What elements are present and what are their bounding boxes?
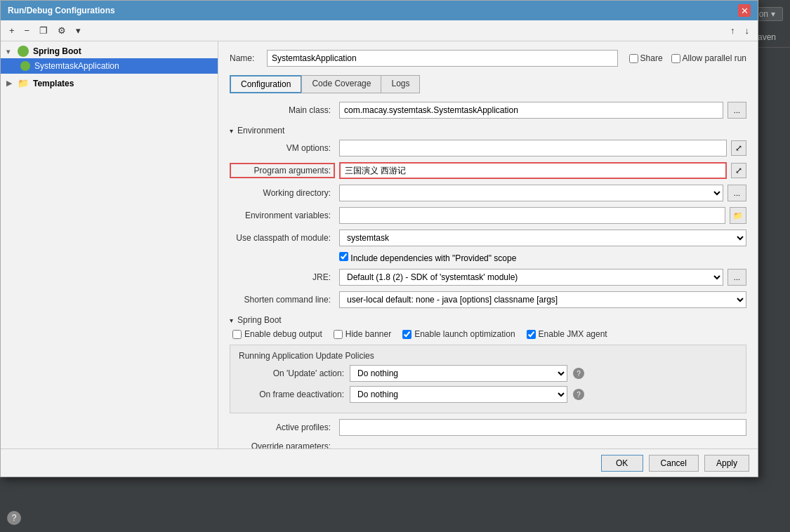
templates-group[interactable]: ▶ 📁 Templates [1,74,218,90]
spring-app-item[interactable]: SystemtaskApplication [1,58,218,74]
enable-jmx-label: Enable JMX agent [527,329,607,339]
move-down-button[interactable]: ↓ [741,23,754,38]
classpath-select[interactable]: systemtask [339,230,746,246]
name-row: Name: Share Allow parallel run [230,50,746,67]
working-dir-browse-button[interactable]: ... [728,185,746,201]
remove-config-button[interactable]: − [20,23,34,38]
jre-browse-button[interactable]: ... [728,269,746,286]
enable-launch-checkbox[interactable] [402,330,412,339]
tab-code-coverage[interactable]: Code Coverage [301,75,381,93]
global-help-icon[interactable]: ? [7,511,21,525]
active-profiles-label: Active profiles: [230,423,335,432]
copy-config-button[interactable]: ❐ [35,23,52,38]
env-vars-row: Environment variables: 📁 [230,207,746,224]
dialog-titlebar: Run/Debug Configurations ✕ [1,1,758,20]
cancel-button[interactable]: Cancel [649,455,699,472]
expand-button[interactable]: ▾ [72,23,85,38]
program-args-expand-button[interactable]: ⤢ [731,163,746,178]
dialog-body: ▾ Spring Boot SystemtaskApplication ▶ 📁 … [1,41,758,448]
enable-jmx-text: Enable JMX agent [539,329,607,339]
hide-banner-checkbox[interactable] [334,330,343,339]
on-frame-select[interactable]: Do nothing [350,386,567,403]
working-dir-select[interactable] [339,185,723,201]
spring-boot-group[interactable]: ▾ Spring Boot [1,41,218,58]
main-class-input[interactable] [339,102,723,119]
sb-triangle: ▾ [230,317,233,324]
enable-debug-checkbox[interactable] [232,330,242,339]
on-update-select[interactable]: Do nothing [350,365,567,382]
templates-folder-icon: 📁 [18,78,29,88]
apply-button[interactable]: Apply [704,455,749,472]
env-vars-input[interactable] [339,207,725,224]
on-update-help-icon[interactable]: ? [573,368,584,379]
dialog-toolbar: + − ❐ ⚙ ▾ ↑ ↓ [1,20,758,41]
move-up-button[interactable]: ↑ [726,23,739,38]
override-params-row: Override parameters: [230,441,746,448]
environment-label: Environment [237,126,284,135]
main-class-row: Main class: ... [230,102,746,119]
main-class-label: Main class: [230,105,335,115]
share-checkbox[interactable] [629,54,638,63]
enable-launch-text: Enable launch optimization [414,329,515,339]
vm-options-expand-button[interactable]: ⤢ [731,140,746,156]
dropdown-arrow: ▾ [771,9,775,19]
spring-boot-section-label: Spring Boot [237,315,282,325]
ok-button[interactable]: OK [601,455,643,472]
include-deps-label: Include dependencies with "Provided" sco… [339,252,516,263]
vm-options-row: VM options: ⤢ [230,140,746,157]
parallel-checkbox[interactable] [671,54,680,63]
share-cb-row: Share Allow parallel run [629,53,746,63]
jre-label: JRE: [230,272,335,282]
working-dir-label: Working directory: [230,188,335,198]
classpath-label: Use classpath of module: [230,233,335,243]
dialog-footer: OK Cancel Apply [1,448,758,477]
shorten-cmd-select[interactable]: user-local default: none - java [options… [339,291,746,308]
on-update-label: On 'Update' action: [239,368,344,378]
enable-debug-label: Enable debug output [232,329,322,339]
on-frame-row: On frame deactivation: Do nothing ? [239,386,737,403]
shorten-cmd-row: Shorten command line: user-local default… [230,291,746,308]
parallel-checkbox-label: Allow parallel run [671,53,746,63]
help-button-area: ? [7,511,21,525]
active-profiles-input[interactable] [339,419,746,436]
tab-logs[interactable]: Logs [381,75,420,93]
classpath-row: Use classpath of module: systemtask [230,230,746,246]
tab-configuration[interactable]: Configuration [230,75,302,93]
config-tabs: Configuration Code Coverage Logs [230,75,746,93]
env-vars-browse-button[interactable]: 📁 [730,207,746,224]
spring-boot-group-label: Spring Boot [33,46,81,56]
active-profiles-row: Active profiles: [230,419,746,436]
enable-debug-text: Enable debug output [244,329,322,339]
add-config-button[interactable]: + [5,23,19,38]
on-frame-help-icon[interactable]: ? [573,389,584,400]
env-vars-label: Environment variables: [230,211,335,220]
program-args-input[interactable] [339,162,727,179]
jre-select[interactable]: Default (1.8 (2) - SDK of 'systemtask' m… [339,269,723,286]
env-triangle: ▾ [230,127,233,135]
environment-section-header: ▾ Environment [230,126,746,135]
config-list: ▾ Spring Boot SystemtaskApplication ▶ 📁 … [1,41,218,448]
spring-boot-checkboxes: Enable debug output Hide banner Enable l… [230,329,746,339]
enable-jmx-checkbox[interactable] [527,330,536,339]
include-deps-row: Include dependencies with "Provided" sco… [339,252,746,263]
templates-expand-arrow: ▶ [6,79,13,87]
vm-options-label: VM options: [230,143,335,153]
spring-app-label: SystemtaskApplication [34,61,119,71]
program-args-label: Program arguments: [230,163,335,178]
include-deps-text: Include dependencies with "Provided" sco… [350,253,516,263]
vm-options-input[interactable] [339,140,727,157]
share-checkbox-label: Share [629,53,663,63]
dialog-close-button[interactable]: ✕ [738,4,751,17]
spring-boot-icon [18,46,29,57]
policies-section: Running Application Update Policies On '… [230,345,746,413]
hide-banner-label: Hide banner [334,329,391,339]
include-deps-checkbox[interactable] [339,252,348,261]
dialog-title: Run/Debug Configurations [8,6,115,15]
group-expand-arrow: ▾ [6,48,13,55]
on-frame-label: On frame deactivation: [239,390,344,399]
templates-label: Templates [33,79,74,88]
main-class-browse-button[interactable]: ... [728,102,746,119]
settings-button[interactable]: ⚙ [53,23,70,38]
run-debug-dialog: Run/Debug Configurations ✕ + − ❐ ⚙ ▾ ↑ ↓… [0,0,758,477]
name-input[interactable] [267,50,618,67]
